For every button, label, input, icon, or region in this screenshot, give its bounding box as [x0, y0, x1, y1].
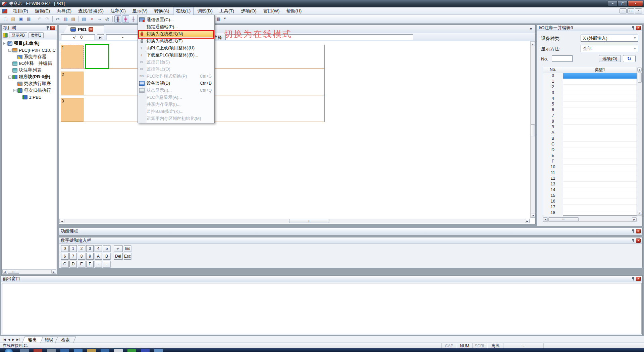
- compare-lines-icon[interactable]: ╪: [122, 15, 129, 23]
- paste-icon[interactable]: ▨: [70, 15, 77, 23]
- io-row-0[interactable]: 0: [543, 73, 637, 79]
- scroll-thumb[interactable]: |||: [289, 219, 329, 223]
- tree-hscrollbar[interactable]: ◀ ||| ▶: [2, 269, 56, 274]
- menu-item-1[interactable]: 项目(P): [10, 7, 31, 15]
- scroll-thumb[interactable]: |||: [8, 270, 19, 274]
- taskbar-app-8[interactable]: [127, 349, 136, 352]
- maximize-button[interactable]: ▢: [618, 1, 628, 6]
- taskbar-app-4[interactable]: [74, 349, 83, 352]
- jump-icon[interactable]: →: [96, 15, 103, 23]
- key-.[interactable]: .: [103, 261, 110, 267]
- io-row-A[interactable]: A: [543, 130, 637, 136]
- key-1[interactable]: 1: [69, 245, 77, 252]
- io-row-6[interactable]: 6: [543, 107, 637, 113]
- no-input[interactable]: [552, 55, 573, 62]
- scroll-down-icon[interactable]: ▼: [531, 214, 535, 218]
- ladder-row-cell-1[interactable]: 1: [61, 45, 84, 68]
- tree-item-6[interactable]: 更改执行顺序: [2, 80, 56, 87]
- editor-hscrollbar[interactable]: ◀ ||| ▶: [59, 219, 530, 223]
- io-row-comment[interactable]: [563, 107, 637, 113]
- taskbar-app-9[interactable]: [141, 349, 150, 352]
- numpad-close-icon[interactable]: ×: [636, 238, 641, 243]
- pin-icon[interactable]: [632, 229, 635, 233]
- bottom-tab-检索[interactable]: 检索: [55, 337, 76, 343]
- io-row-F[interactable]: F: [543, 159, 637, 165]
- editor-vscrollbar[interactable]: ▲ ▼: [530, 41, 535, 218]
- tree-item-7[interactable]: -每次扫描执行: [2, 87, 56, 94]
- key-Del[interactable]: Del: [114, 253, 122, 260]
- print-icon[interactable]: ▦: [25, 15, 32, 23]
- online-menu-item-2[interactable]: 切换为在线模式(N): [138, 30, 214, 37]
- io-row-B[interactable]: B: [543, 136, 637, 142]
- menu-item-9[interactable]: 调试(D): [194, 7, 216, 15]
- io-row-7[interactable]: 7: [543, 113, 637, 119]
- key-↵[interactable]: ↵: [114, 245, 122, 252]
- options-button[interactable]: 选项(O): [599, 55, 621, 62]
- io-row-4[interactable]: 4: [543, 96, 637, 102]
- tab-list-icon[interactable]: ▼: [529, 27, 533, 31]
- tab-nav-0[interactable]: |◀: [2, 338, 6, 342]
- io-row-D[interactable]: D: [543, 147, 637, 153]
- tree-item-3[interactable]: I/O注释一并编辑: [2, 60, 56, 67]
- pin-icon[interactable]: [46, 26, 49, 30]
- io-row-E[interactable]: E: [543, 153, 637, 159]
- io-row-comment[interactable]: [563, 79, 637, 85]
- key-E[interactable]: E: [78, 261, 85, 267]
- io-row-17[interactable]: 17: [543, 205, 637, 210]
- io-row-comment[interactable]: [563, 125, 637, 130]
- mdi-close-button[interactable]: ×: [635, 8, 642, 13]
- start-button[interactable]: [5, 349, 13, 352]
- online-menu-item-3[interactable]: 切换为离线模式(F): [138, 37, 214, 44]
- tab-nav-2[interactable]: ▶: [11, 338, 15, 342]
- io-row-15[interactable]: 15: [543, 193, 637, 199]
- io-row-comment[interactable]: [563, 210, 637, 216]
- key-5[interactable]: 5: [103, 245, 110, 252]
- online-menu-item-5[interactable]: 下载至PLC(项目整体)(D)...: [138, 51, 214, 58]
- bottom-tab-输出[interactable]: 输出: [22, 337, 43, 343]
- comment-type-button[interactable]: 类型1: [29, 32, 44, 38]
- io-row-13[interactable]: 13: [543, 182, 637, 187]
- tab-nav-1[interactable]: ◀: [7, 338, 11, 342]
- io-row-comment[interactable]: [563, 90, 637, 96]
- io-row-3[interactable]: 3: [543, 90, 637, 96]
- io-row-comment[interactable]: [563, 102, 637, 107]
- taskbar-app-10[interactable]: [154, 349, 163, 352]
- io-row-comment[interactable]: [563, 119, 637, 125]
- key-6[interactable]: 6: [61, 253, 68, 260]
- scroll-right-icon[interactable]: ▶: [632, 217, 637, 221]
- io-row-comment[interactable]: [563, 73, 637, 79]
- io-row-comment[interactable]: [563, 187, 637, 193]
- key-Esc[interactable]: Esc: [124, 253, 131, 260]
- save-file-icon[interactable]: ▣: [17, 15, 24, 23]
- ladder-canvas[interactable]: 123: [59, 41, 530, 218]
- tab-pb1[interactable]: PB1 ×: [63, 25, 104, 33]
- minimize-button[interactable]: −: [608, 1, 618, 6]
- io-vscrollbar[interactable]: ▲ ▼: [637, 67, 642, 216]
- io-row-comment[interactable]: [563, 147, 637, 153]
- key-4[interactable]: 4: [95, 245, 102, 252]
- online-menu-item-4[interactable]: 由PLC上载(项目整体)(U): [138, 44, 214, 51]
- io-row-14[interactable]: 14: [543, 187, 637, 193]
- find-icon[interactable]: ◎: [104, 15, 111, 23]
- key-2[interactable]: 2: [78, 245, 85, 252]
- menu-item-6[interactable]: 显示(V): [129, 7, 151, 15]
- expander-icon[interactable]: -: [8, 76, 11, 79]
- online-menu-item-1[interactable]: 指定通信站(P)...: [138, 23, 214, 30]
- tree-item-2[interactable]: 系统寄存器: [2, 53, 56, 60]
- pin-icon[interactable]: [632, 238, 635, 243]
- io-panel-close-icon[interactable]: ×: [636, 26, 641, 30]
- tree-item-1[interactable]: -PLC[FP0R C10, C: [2, 47, 56, 53]
- io-row-comment[interactable]: [563, 159, 637, 165]
- menu-item-3[interactable]: 向导(Z): [54, 7, 74, 15]
- taskbar-app-3[interactable]: [60, 349, 69, 352]
- scroll-up-icon[interactable]: ▲: [531, 42, 535, 46]
- open-file-icon[interactable]: ▤: [10, 15, 17, 23]
- io-row-comment[interactable]: [563, 170, 637, 176]
- io-row-comment[interactable]: [563, 130, 637, 136]
- online-menu-item-0[interactable]: 通信设置(C)...: [138, 16, 214, 23]
- io-hscrollbar[interactable]: ◀ ||| ▶: [543, 217, 637, 222]
- ladder-row-cell-2[interactable]: 2: [61, 72, 84, 95]
- new-file-icon[interactable]: ▢: [2, 15, 9, 23]
- mdi-restore-button[interactable]: ▢: [627, 8, 634, 13]
- key-0[interactable]: 0: [61, 245, 68, 252]
